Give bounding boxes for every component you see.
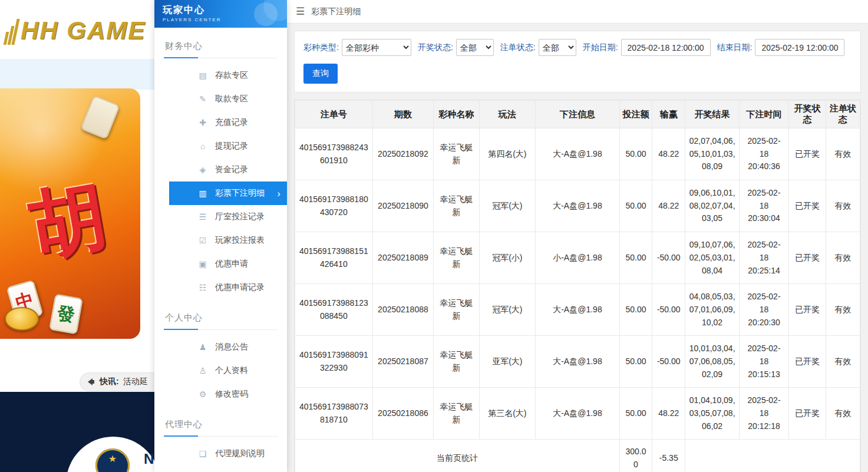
sidebar-item-label: 个人资料: [215, 365, 248, 376]
table-row: 40156917398807381871020250218086幸运飞艇新第三名…: [295, 388, 860, 440]
table-row: 40156917398824360191020250218092幸运飞艇新第四名…: [295, 128, 860, 180]
chevron-right-icon: ›: [277, 189, 280, 199]
sidebar-item-lottery-bet-details[interactable]: ▥彩票下注明细›: [169, 181, 287, 205]
table-cell: 401569173988151426410: [295, 232, 373, 284]
star-icon: ★: [108, 453, 117, 472]
sidebar-item-funds-records[interactable]: ◈资金记录: [169, 158, 287, 181]
table-row: 40156917398812308845020250218088幸运飞艇新冠军(…: [295, 284, 860, 336]
speaker-icon: [88, 378, 95, 385]
table-cell: 已开奖: [789, 232, 826, 284]
draw-status-select[interactable]: 全部: [456, 39, 494, 56]
sidebar-item-label: 提现记录: [215, 141, 248, 151]
lottery-type-select[interactable]: 全部彩种: [342, 39, 411, 56]
summary-winloss-cell: -5.35: [652, 440, 685, 472]
table-cell: 幸运飞艇新: [434, 128, 479, 180]
sidebar-item-label: 充值记录: [215, 117, 248, 128]
order-status-label: 注单状态:: [500, 42, 536, 53]
filter-panel: 彩种类型: 全部彩种 开奖状态: 全部 注单状态: 全部 开始日期:: [294, 31, 861, 93]
table-cell: 大-A盘@1.98: [536, 180, 620, 232]
search-button[interactable]: 查询: [303, 64, 338, 84]
table-cell: 大-A盘@1.98: [536, 336, 620, 388]
summary-row: 当前页统计300.00-5.35: [295, 440, 860, 472]
end-date-input[interactable]: [755, 39, 844, 56]
table-cell: 50.00: [619, 284, 652, 336]
news-ticker: 快讯: 活动延: [80, 372, 154, 391]
sidebar-item-deposit[interactable]: ▤存款专区: [169, 64, 287, 87]
site-logo-text: HH GAME: [21, 16, 146, 45]
table-cell: 幸运飞艇新: [434, 388, 479, 440]
table-cell: 大-A盘@1.98: [536, 284, 620, 336]
column-header: 输赢: [652, 101, 685, 128]
player-bet-report-icon: ☑: [198, 236, 207, 245]
sidebar-item-label: 厅室投注记录: [215, 212, 265, 222]
sidebar-item-change-password[interactable]: ⚙修改密码: [169, 382, 287, 406]
profile-icon: ♙: [198, 366, 207, 375]
table-cell: 02,07,04,06,05,10,01,03,08,09: [685, 128, 739, 180]
mahjong-tile-blank: [80, 95, 120, 139]
draw-status-filter: 开奖状态: 全部: [418, 39, 494, 56]
sidebar-item-promo-apply-records[interactable]: ☷优惠申请记录: [169, 276, 287, 299]
sidebar-item-hall-bet-records[interactable]: ☰厅室投注记录: [169, 205, 287, 229]
start-date-label: 开始日期:: [583, 42, 618, 53]
table-cell: 48.22: [652, 388, 685, 440]
table-cell: 10,01,03,04,07,06,08,05,02,09: [685, 336, 739, 388]
sidebar-item-agent-rules[interactable]: ❏代理规则说明: [169, 442, 287, 466]
withdraw-icon: ✎: [198, 94, 207, 104]
sidebar-item-withdraw[interactable]: ✎取款专区: [169, 87, 287, 111]
sidebar-item-label: 存款专区: [215, 70, 248, 81]
sidebar-item-promo-apply[interactable]: ▣优惠申请: [169, 252, 287, 276]
table-row: 40156917398815142641020250218089幸运飞艇新冠军(…: [295, 232, 860, 284]
background-site: HH GAME 胡 中 發 快讯: 活动延 ★ N: [0, 0, 154, 472]
table-cell: 2025-02-18 20:12:18: [739, 388, 788, 440]
table-header-row: 注单号期数彩种名称玩法下注信息投注额输赢开奖结果下注时间开奖状态注单状态: [295, 101, 860, 128]
table-cell: 幸运飞艇新: [434, 180, 479, 232]
background-footer: ★ N: [0, 392, 154, 472]
table-cell: 第三名(大): [479, 388, 535, 440]
lottery-type-filter: 彩种类型: 全部彩种: [303, 39, 411, 56]
sidebar-section-title: 代理中心: [164, 415, 278, 437]
table-cell: 大-A盘@1.98: [536, 388, 620, 440]
sidebar-item-withdrawal-records[interactable]: ⌂提现记录: [169, 134, 287, 158]
table-cell: 20250218086: [372, 388, 434, 440]
table-cell: -50.00: [652, 232, 685, 284]
sidebar-item-player-bet-report[interactable]: ☑玩家投注报表: [169, 229, 287, 252]
topbar: ☰ 彩票下注明细: [287, 0, 868, 24]
table-row: 40156917398809132293020250218087幸运飞艇新亚军(…: [295, 336, 860, 388]
promo-banner: 胡 中 發: [0, 88, 140, 339]
table-cell: 2025-02-18 20:20:30: [739, 284, 788, 336]
mahjong-tile-fa: 發: [49, 293, 83, 334]
sidebar-item-profile[interactable]: ♙个人资料: [169, 359, 287, 382]
start-date-input[interactable]: [621, 39, 711, 56]
bets-table-card: 注单号期数彩种名称玩法下注信息投注额输赢开奖结果下注时间开奖状态注单状态 401…: [294, 100, 861, 472]
table-cell: 冠军(小): [479, 232, 535, 284]
sidebar-item-label: 优惠申请: [215, 259, 248, 269]
change-password-icon: ⚙: [198, 390, 207, 399]
announcements-icon: ♟: [198, 342, 207, 352]
sidebar-item-label: 消息公告: [215, 342, 248, 352]
end-date-label: 结束日期:: [717, 42, 753, 53]
gold-ingot: [5, 307, 39, 331]
table-cell: 48.22: [652, 180, 685, 232]
sidebar-item-label: 修改密码: [215, 389, 248, 400]
table-cell: 小-A盘@1.98: [536, 232, 620, 284]
sidebar-item-label: 玩家投注报表: [215, 235, 265, 246]
summary-label-cell: 当前页统计: [295, 440, 620, 472]
table-cell: 已开奖: [789, 336, 826, 388]
table-row: 40156917398818043072020250218090幸运飞艇新冠军(…: [295, 180, 860, 232]
table-cell: 20250218087: [372, 336, 434, 388]
table-cell: 冠军(大): [479, 284, 535, 336]
menu-toggle-icon[interactable]: ☰: [296, 5, 305, 18]
sidebar-item-agent-team-stats[interactable]: ▦代理团队统计: [169, 466, 287, 472]
start-date-filter: 开始日期:: [583, 39, 711, 56]
sidebar-item-recharge-records[interactable]: ✚充值记录: [169, 111, 287, 134]
sidebar-header: 玩家中心 PLAYERS CENTER: [154, 0, 287, 28]
table-cell: 2025-02-18 20:40:36: [739, 128, 788, 180]
column-header: 下注信息: [536, 101, 620, 128]
order-status-select[interactable]: 全部: [539, 39, 576, 56]
table-cell: 亚军(大): [479, 336, 535, 388]
table-cell: 有效: [826, 388, 860, 440]
table-cell: 已开奖: [789, 180, 826, 232]
promo-apply-icon: ▣: [198, 259, 207, 269]
ticker-label: 快讯:: [100, 377, 119, 387]
sidebar-item-announcements[interactable]: ♟消息公告: [169, 335, 287, 359]
